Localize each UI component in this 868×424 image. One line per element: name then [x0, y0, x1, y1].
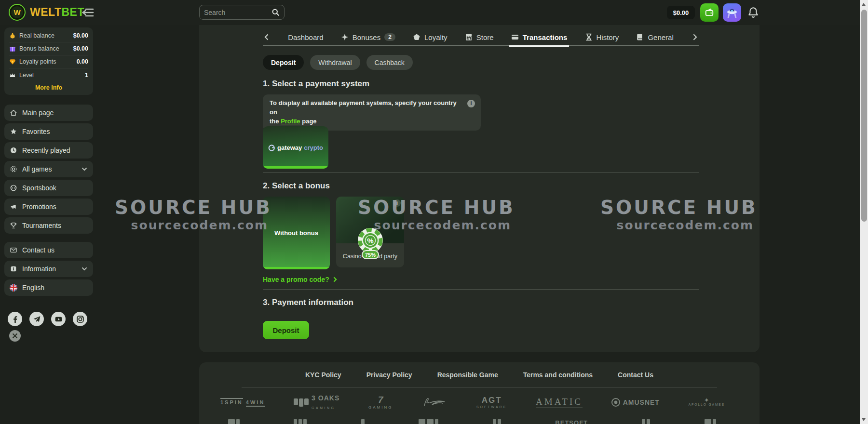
sidebar-item-information[interactable]: Information: [4, 261, 93, 277]
chevron-down-icon: [81, 265, 88, 272]
book-icon: [636, 33, 644, 41]
sparkle-icon: [341, 33, 349, 41]
sidebar-item-label: Contact us: [22, 246, 88, 254]
balance-value: 0.00: [77, 58, 88, 65]
deposit-button[interactable]: Deposit: [263, 321, 309, 339]
provider-text: 3 OAKS: [312, 394, 339, 402]
sidebar-item-all-games[interactable]: All games: [4, 161, 93, 177]
scrollbar-thumb[interactable]: [861, 10, 867, 222]
sidebar-item-contact-us[interactable]: Contact us: [4, 242, 93, 258]
tabs-scroll-left-icon[interactable]: [263, 33, 271, 41]
chevron-down-icon: [81, 166, 88, 172]
footer-link-privacy[interactable]: Privacy Policy: [366, 371, 412, 379]
weltbet-app: W WELTBET $0.00: [0, 0, 868, 424]
filter-deposit[interactable]: Deposit: [263, 55, 304, 70]
header-balance[interactable]: $0.00: [667, 6, 695, 19]
balance-label: Level: [19, 72, 81, 79]
envelope-icon: [10, 246, 17, 254]
tab-store[interactable]: Store: [465, 28, 494, 46]
provider-logos-row-partial: BETSOFT: [199, 419, 760, 424]
provider-logo-amatic: AMATIC: [536, 397, 583, 409]
sidebar-item-favorites[interactable]: Favorites: [4, 123, 93, 140]
sidebar-item-promotions[interactable]: Promotions: [4, 199, 93, 215]
section-divider: [263, 172, 699, 173]
footer-link-contact[interactable]: Contact Us: [618, 371, 653, 379]
sidebar-item-tournaments[interactable]: Tournaments: [4, 217, 93, 234]
ufo-avatar-icon: [725, 5, 739, 20]
payment-method-gatewaycrypto[interactable]: gatewaycrypto: [263, 126, 328, 169]
sports-ball-icon: [10, 184, 17, 192]
footer-link-kyc[interactable]: KYC Policy: [305, 371, 341, 379]
uk-flag-icon: [10, 284, 17, 292]
gatewaycrypto-icon: [268, 144, 275, 151]
promo-code-link[interactable]: Have a promo code?: [263, 276, 338, 283]
footer-divider: [242, 387, 717, 388]
provider-logos-row: 1SPIN 4WIN 3 OAKSGAMING 7 GAMING AGT SOF…: [199, 391, 760, 413]
tab-history[interactable]: History: [585, 28, 619, 46]
store-icon: [465, 33, 473, 41]
diamond-icon: [9, 58, 16, 65]
footer-link-responsible[interactable]: Responsible Game: [437, 371, 498, 379]
note-text-line1: To display all available payment systems…: [270, 99, 457, 116]
brand-name: WELTBET: [30, 6, 84, 19]
gift-icon: [9, 45, 16, 52]
bonus-card-without-bonus[interactable]: Without bonus: [263, 197, 330, 269]
sidebar-item-language[interactable]: English: [4, 279, 93, 296]
gem-icon: [413, 33, 420, 41]
search-input[interactable]: [204, 9, 269, 16]
sidebar-item-main-page[interactable]: Main page: [4, 105, 93, 121]
provider-text: GAMING: [368, 405, 393, 410]
sidebar-item-recently-played[interactable]: Recently played: [4, 142, 93, 159]
tab-loyalty[interactable]: Loyalty: [413, 28, 448, 46]
filter-cashback[interactable]: Cashback: [366, 55, 413, 70]
filter-withdrawal[interactable]: Withdrawal: [310, 55, 360, 70]
telegram-icon[interactable]: [29, 312, 44, 326]
top-bar: W WELTBET $0.00: [0, 0, 868, 25]
footer-link-terms[interactable]: Terms and conditions: [523, 371, 593, 379]
tab-label: Dashboard: [288, 33, 323, 41]
provider-logo-1spin4win: 1SPIN 4WIN: [220, 398, 265, 407]
profile-link[interactable]: Profile: [281, 118, 300, 125]
provider-logo-partial: [294, 419, 307, 424]
casino-chip-icon: [10, 165, 17, 173]
x-twitter-icon[interactable]: [9, 330, 21, 342]
chevron-right-icon: [332, 277, 338, 282]
tab-transactions[interactable]: Transactions: [511, 28, 568, 46]
tabs-scroll-right-icon[interactable]: [691, 33, 699, 41]
brand-logo[interactable]: W WELTBET: [9, 4, 84, 21]
wallet-icon: [705, 8, 714, 17]
balance-label: Loyalty points: [19, 58, 73, 65]
bonus-info-icon[interactable]: i: [393, 199, 401, 207]
sidebar-item-label: Tournaments: [22, 222, 88, 229]
crypto-text: crypto: [304, 144, 323, 151]
browser-scrollbar[interactable]: [860, 0, 868, 424]
notifications-bell-icon[interactable]: [747, 6, 760, 19]
provider-logo-partial: [361, 419, 365, 424]
main-panel: Dashboard Bonuses 2 Loyalty Store Transa…: [199, 25, 760, 352]
tab-general[interactable]: General: [636, 28, 673, 46]
search-icon[interactable]: [271, 8, 280, 16]
bonuses-count-badge: 2: [384, 33, 395, 41]
collapse-sidebar-icon[interactable]: [81, 6, 95, 19]
sidebar-item-sportsbook[interactable]: Sportsbook: [4, 180, 93, 196]
facebook-icon[interactable]: [8, 312, 22, 326]
scrollbar-up-arrow[interactable]: [862, 3, 866, 6]
more-info-link[interactable]: More info: [9, 81, 88, 91]
provider-text: 4WIN: [246, 399, 265, 407]
tab-label: Transactions: [523, 33, 568, 41]
tab-dashboard[interactable]: Dashboard: [288, 28, 323, 46]
wallet-button[interactable]: [700, 3, 719, 22]
youtube-icon[interactable]: [51, 312, 66, 326]
instagram-icon[interactable]: [73, 312, 87, 326]
tab-bonuses[interactable]: Bonuses 2: [341, 28, 395, 46]
balance-row-loyalty: Loyalty points 0.00: [9, 55, 88, 68]
scrollbar-down-arrow[interactable]: [862, 418, 866, 421]
note-text-line2: the: [270, 118, 279, 125]
provider-logo-script: [421, 396, 448, 409]
bonus-card-casino-reload[interactable]: i Casino Reload party % 75%: [336, 197, 404, 267]
balance-row-level: Level 1: [9, 68, 88, 81]
avatar[interactable]: [723, 3, 741, 22]
chip-75-percent-icon: % 75%: [357, 227, 384, 262]
brand-part-welt: WELT: [30, 6, 61, 18]
provider-text: AMUSNET: [623, 398, 660, 406]
